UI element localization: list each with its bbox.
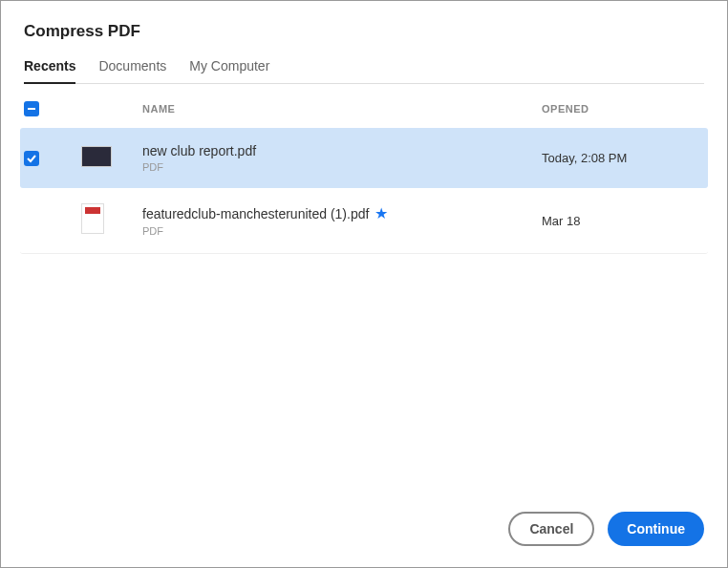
file-row[interactable]: featuredclub-manchesterunited (1).pdf ★ … — [20, 188, 708, 254]
file-rows: new club report.pdf PDF Today, 2:08 PM f… — [20, 128, 708, 254]
svg-rect-0 — [28, 108, 35, 110]
tab-my-computer[interactable]: My Computer — [189, 58, 269, 83]
tab-recents[interactable]: Recents — [24, 58, 75, 83]
column-header-name[interactable]: NAME — [142, 103, 542, 115]
indeterminate-icon — [26, 103, 37, 115]
star-icon: ★ — [375, 204, 388, 222]
file-name-text: new club report.pdf — [142, 143, 256, 158]
file-row[interactable]: new club report.pdf PDF Today, 2:08 PM — [20, 128, 708, 188]
file-type: PDF — [142, 225, 542, 237]
file-name: new club report.pdf — [142, 143, 542, 158]
dialog-title: Compress PDF — [24, 22, 704, 41]
file-thumbnail — [81, 146, 112, 167]
file-opened: Today, 2:08 PM — [542, 151, 704, 165]
tab-documents[interactable]: Documents — [98, 58, 166, 83]
tabs: Recents Documents My Computer — [24, 58, 704, 84]
cancel-button[interactable]: Cancel — [508, 512, 594, 546]
file-list-content: NAME OPENED new club report.pdf PDF — [1, 84, 727, 494]
compress-pdf-dialog: Compress PDF Recents Documents My Comput… — [0, 0, 728, 568]
dialog-header: Compress PDF Recents Documents My Comput… — [1, 1, 727, 84]
dialog-footer: Cancel Continue — [1, 494, 727, 567]
column-header-opened[interactable]: OPENED — [542, 103, 704, 115]
check-icon — [26, 153, 37, 164]
table-header: NAME OPENED — [20, 84, 708, 128]
file-thumbnail — [81, 203, 104, 234]
file-name: featuredclub-manchesterunited (1).pdf ★ — [142, 204, 542, 222]
row-checkbox[interactable] — [24, 151, 39, 166]
select-all-checkbox[interactable] — [24, 101, 39, 116]
file-opened: Mar 18 — [542, 214, 704, 228]
file-type: PDF — [142, 161, 542, 173]
file-name-text: featuredclub-manchesterunited (1).pdf — [142, 206, 369, 221]
continue-button[interactable]: Continue — [608, 512, 704, 546]
